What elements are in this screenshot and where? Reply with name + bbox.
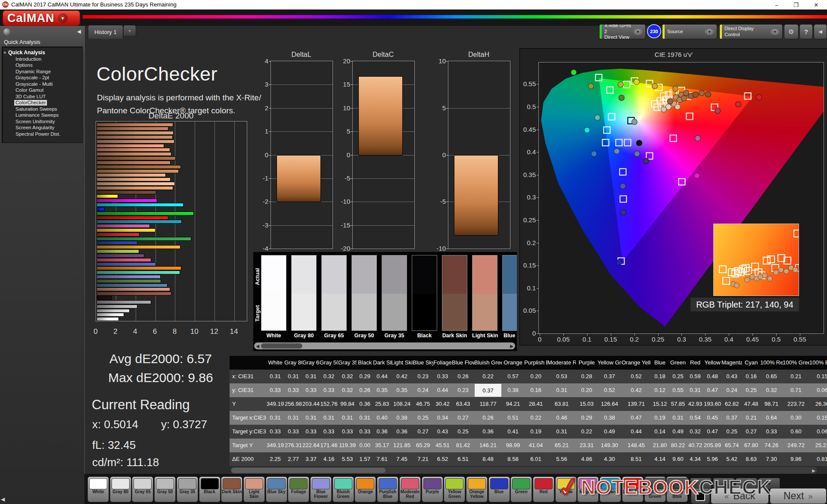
table-cell[interactable]: 81.42 [452,439,474,452]
table-cell[interactable]: 0.27 [742,425,760,439]
table-cell[interactable]: 0.42 [622,383,651,397]
table-cell[interactable]: 0.81 [809,452,827,466]
strip-swatch-gray-50[interactable]: Gray 50 [351,255,377,339]
table-cell[interactable]: 0.27 [413,425,433,439]
table-cell[interactable]: 74.26 [760,439,783,452]
table-cell[interactable]: 0.33 [320,425,338,439]
patch-button-gray-50[interactable]: Gray 50 [154,476,176,502]
table-cell[interactable]: 28.41 [524,397,547,411]
table-cell[interactable]: 0.45 [703,411,721,425]
sidebar-item-3d-cube-lut[interactable]: 3D Cube LUT [14,94,47,100]
table-cell[interactable]: 0.36 [474,425,502,439]
table-cell[interactable]: 21.80 [651,439,669,452]
table-cell[interactable]: 0.27 [452,411,474,425]
table-cell[interactable]: 26.30 [809,397,827,411]
table-cell[interactable]: 3.37 [302,452,320,466]
table-cell[interactable]: 0.37 [597,370,622,383]
patch-button-orange[interactable]: Orange [354,476,376,502]
table-cell[interactable]: 0.35 [373,383,391,397]
patch-button-white[interactable]: White [87,476,109,502]
table-cell[interactable]: 0.32 [320,370,338,383]
table-cell[interactable]: 65.29 [413,439,433,452]
table-cell[interactable]: 119.39 [338,439,357,452]
table-cell[interactable]: 0.28 [576,370,597,383]
chevron-down-icon[interactable]: ▼ [633,29,643,35]
patch-button-blue-sky[interactable]: Blue Sky [266,476,287,502]
table-cell[interactable]: 8.48 [474,452,502,466]
table-cell[interactable]: 0.31 [266,411,284,425]
table-cell[interactable]: 5.42 [721,452,742,466]
table-cell[interactable]: 0.31 [687,383,703,397]
strip-scroll-thumb[interactable] [261,343,302,348]
patch-button-blue-flower[interactable]: Blue Flower [310,476,332,502]
collapse-panel-icon[interactable]: ◀ [814,24,827,39]
transport-button[interactable]: ● [713,478,734,489]
table-cell[interactable]: 0.25 [721,425,742,439]
table-cell[interactable]: 223.72 [783,397,809,411]
sidebar-item-screen-angularity[interactable]: Screen Angularity [14,125,56,131]
table-cell[interactable]: 63.43 [452,397,474,411]
table-cell[interactable]: 0.41 [502,425,524,439]
table-cell[interactable]: 0.24 [413,383,433,397]
table-cell[interactable]: 0.14 [651,425,669,439]
strip-swatch-blue-sky[interactable]: Blue Sky [502,255,517,339]
sidebar-orb-icon[interactable] [3,28,10,35]
table-cell[interactable]: 98.99 [502,439,524,452]
table-cell[interactable]: 0.00 [357,439,373,452]
table-cell[interactable]: 0.31 [357,411,373,425]
add-tab-button[interactable]: + [123,25,136,36]
table-cell[interactable]: 0.48 [703,370,721,383]
table-cell[interactable]: 57.85 [669,397,687,411]
patch-button-foliage[interactable]: Foliage [288,476,309,502]
table-cell[interactable]: 193.60 [703,397,721,411]
stop-button[interactable] [691,488,710,504]
patch-button-yellow-green[interactable]: Yellow Green [444,476,465,502]
table-cell[interactable]: 65.21 [547,439,576,452]
table-cell[interactable]: 0.31 [284,370,302,383]
table-cell[interactable]: 23.31 [576,439,597,452]
patch-button-cyan[interactable]: Cyan [600,476,621,502]
meter-dropdown[interactable]: X-Rite i1Pro 2 Direct View ▼ [599,24,646,39]
sidebar-item-grayscale-multi[interactable]: Grayscale - Multi [14,81,54,87]
table-cell[interactable]: 146.21 [474,439,502,452]
sidebar-item-introduction[interactable]: Introduction [14,56,43,62]
table-cell[interactable]: 0.31 [669,411,687,425]
table-cell[interactable]: 349.19 [266,397,284,411]
scroll-left-icon[interactable]: ◀ [255,343,261,349]
table-cell[interactable]: 40.72 [687,439,703,452]
table-scroll-thumb[interactable] [231,468,386,473]
table-cell[interactable]: 0.33 [284,425,302,439]
table-cell[interactable]: 0.23 [452,383,474,397]
table-cell[interactable]: 0.15 [809,411,827,425]
table-cell[interactable]: 8.58 [502,452,524,466]
table-cell[interactable]: 0.33 [320,383,338,397]
table-cell[interactable]: 0.33 [302,425,320,439]
table-cell[interactable]: 5.53 [338,452,357,466]
logo-dropdown-icon[interactable]: ▼ [58,13,68,23]
table-cell[interactable]: 0.31 [302,411,320,425]
table-cell[interactable]: 0.25 [742,383,760,397]
table-cell[interactable]: 65.74 [721,439,742,452]
table-cell[interactable]: 0.38 [391,411,413,425]
table-cell[interactable]: 0.20 [576,383,597,397]
patch-button-gray-80[interactable]: Gray 80 [110,476,131,502]
table-cell[interactable]: 0.47 [703,383,721,397]
table-cell[interactable]: 0.49 [597,425,622,439]
table-cell[interactable]: 0.21 [783,370,809,383]
table-cell[interactable]: 15.12 [651,397,669,411]
help-icon[interactable]: ? [799,24,813,39]
table-cell[interactable]: 0.35 [391,383,413,397]
table-cell[interactable]: 0.26 [357,383,373,397]
table-cell[interactable]: 0.64 [760,411,783,425]
sidebar-item-dynamic-range[interactable]: Dynamic Range [14,69,52,75]
transport-button[interactable]: ● [690,478,712,489]
table-cell[interactable]: 0.33 [338,425,357,439]
table-cell[interactable]: 222.64 [302,439,320,452]
table-cell[interactable]: 0.52 [622,370,651,383]
table-cell[interactable]: 0.25 [413,411,433,425]
table-cell[interactable]: 148.45 [622,439,651,452]
table-cell[interactable]: 0.60 [783,425,809,439]
sidebar-item-color-gamut[interactable]: Color Gamut [14,87,45,93]
table-cell[interactable]: 25.21 [809,439,827,452]
table-cell[interactable]: 7.45 [391,452,413,466]
